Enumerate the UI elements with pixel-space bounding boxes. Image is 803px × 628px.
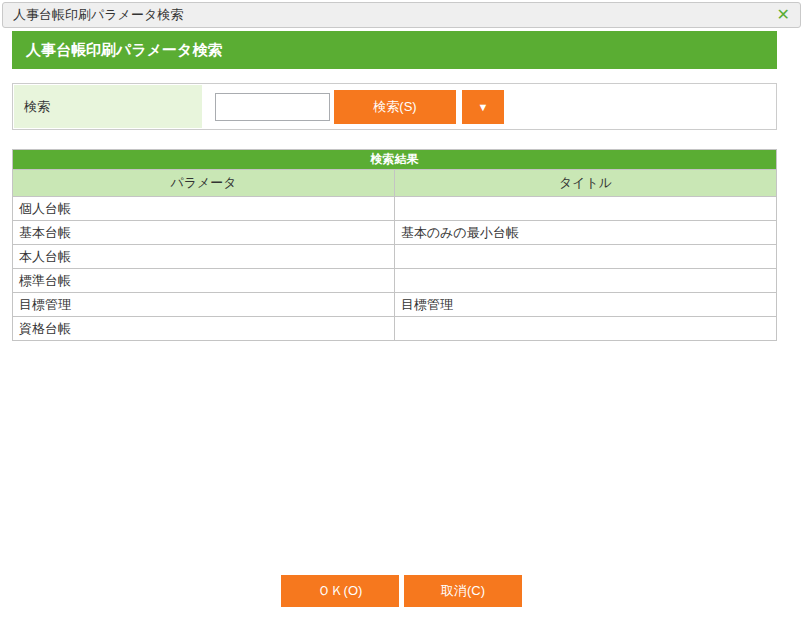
table-row[interactable]: 資格台帳 [13,317,777,341]
page-title: 人事台帳印刷パラメータ検索 [12,31,777,69]
close-icon[interactable]: ✕ [777,7,790,23]
results-table: 検索結果 パラメータ タイトル 個人台帳 基本台帳 基本のみの最小台帳 本人台帳… [12,149,777,341]
search-dropdown-button[interactable]: ▼ [462,90,504,124]
param-cell[interactable]: 資格台帳 [13,317,395,341]
title-cell[interactable] [395,269,777,293]
title-cell[interactable] [395,197,777,221]
dialog-content: 人事台帳印刷パラメータ検索 検索 検索(S) ▼ 検索結果 パラメータ タイトル… [12,31,777,341]
table-row[interactable]: 個人台帳 [13,197,777,221]
param-cell[interactable]: 本人台帳 [13,245,395,269]
search-input[interactable] [215,93,330,121]
chevron-down-icon: ▼ [478,101,489,113]
dialog-titlebar: 人事台帳印刷パラメータ検索 ✕ [2,2,801,28]
results-title: 検索結果 [13,150,777,170]
title-cell[interactable] [395,245,777,269]
table-row[interactable]: 目標管理 目標管理 [13,293,777,317]
title-cell[interactable] [395,317,777,341]
param-cell[interactable]: 標準台帳 [13,269,395,293]
table-row[interactable]: 基本台帳 基本のみの最小台帳 [13,221,777,245]
ok-button[interactable]: ＯＫ(O) [281,575,399,607]
table-row[interactable]: 本人台帳 [13,245,777,269]
search-label: 検索 [14,85,202,128]
dialog-title: 人事台帳印刷パラメータ検索 [13,6,183,24]
search-panel: 検索 検索(S) ▼ [12,83,777,130]
footer-actions: ＯＫ(O) 取消(C) [0,575,803,607]
param-cell[interactable]: 基本台帳 [13,221,395,245]
search-button[interactable]: 検索(S) [334,90,456,124]
title-cell[interactable]: 基本のみの最小台帳 [395,221,777,245]
title-cell[interactable]: 目標管理 [395,293,777,317]
param-cell[interactable]: 目標管理 [13,293,395,317]
column-header-title: タイトル [395,170,777,197]
param-cell[interactable]: 個人台帳 [13,197,395,221]
cancel-button[interactable]: 取消(C) [404,575,522,607]
table-row[interactable]: 標準台帳 [13,269,777,293]
column-header-parameter: パラメータ [13,170,395,197]
